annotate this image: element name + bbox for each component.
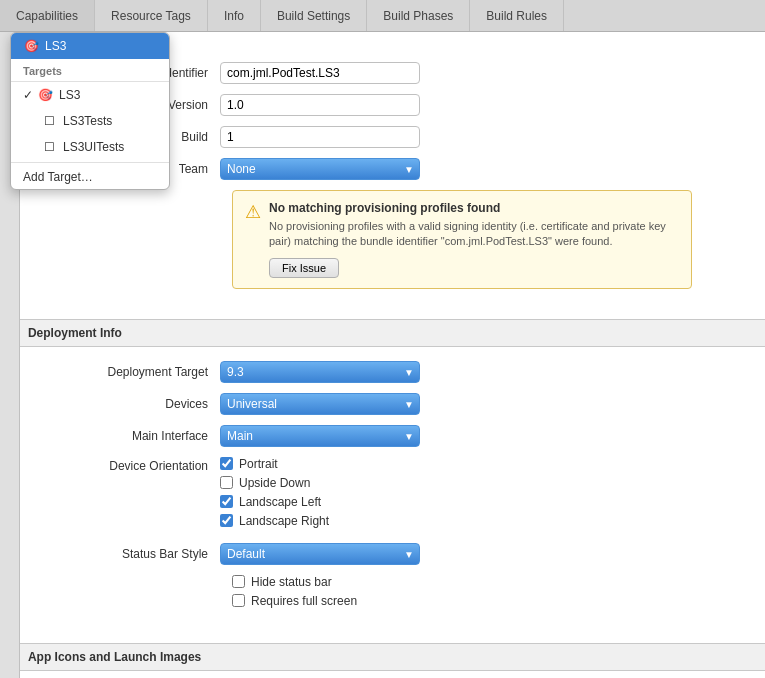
portrait-checkbox[interactable] — [220, 457, 233, 470]
orientation-checkboxes: Portrait Upside Down Landscape Left Land… — [220, 457, 329, 533]
device-orientation-label: Device Orientation — [40, 457, 220, 473]
requires-full-screen-label: Requires full screen — [251, 594, 357, 608]
ls3-icon: 🎯 — [23, 38, 39, 54]
deployment-info-section-header[interactable]: ▼ Deployment Info — [0, 319, 765, 347]
landscape-right-label: Landscape Right — [239, 514, 329, 528]
tab-info[interactable]: Info — [208, 0, 261, 31]
main-interface-select[interactable]: Main — [220, 425, 420, 447]
build-input[interactable] — [220, 126, 420, 148]
tab-build-rules[interactable]: Build Rules — [470, 0, 564, 31]
deployment-target-select[interactable]: 9.3 — [220, 361, 420, 383]
deployment-info-title: Deployment Info — [28, 326, 122, 340]
deployment-target-select-wrapper: 9.3 ▼ — [220, 361, 420, 383]
ls3-target-icon: 🎯 — [37, 87, 53, 103]
deployment-target-row: Deployment Target 9.3 ▼ — [40, 361, 725, 383]
ls3tests-icon: ☐ — [41, 113, 57, 129]
landscape-left-row: Landscape Left — [220, 495, 329, 509]
devices-select[interactable]: Universal — [220, 393, 420, 415]
hide-status-bar-checkbox[interactable] — [232, 575, 245, 588]
status-bar-style-select[interactable]: Default — [220, 543, 420, 565]
hide-status-bar-label: Hide status bar — [251, 575, 332, 589]
requires-full-screen-checkbox[interactable] — [232, 594, 245, 607]
portrait-row: Portrait — [220, 457, 329, 471]
main-interface-row: Main Interface Main ▼ — [40, 425, 725, 447]
main-content: 🎯 LS3 Targets ✓ 🎯 LS3 ☐ LS3Tests ☐ LS3UI… — [0, 32, 765, 678]
warning-box: ⚠ No matching provisioning profiles foun… — [232, 190, 692, 289]
devices-select-wrapper: Universal ▼ — [220, 393, 420, 415]
devices-label: Devices — [40, 397, 220, 411]
status-bar-style-row: Status Bar Style Default ▼ — [40, 543, 725, 565]
landscape-right-row: Landscape Right — [220, 514, 329, 528]
dropdown-divider — [11, 162, 169, 163]
warning-text: No provisioning profiles with a valid si… — [269, 219, 679, 250]
tab-capabilities[interactable]: Capabilities — [0, 0, 95, 31]
hide-status-bar-row: Hide status bar — [232, 575, 725, 589]
devices-row: Devices Universal ▼ — [40, 393, 725, 415]
add-target-item[interactable]: Add Target… — [11, 165, 169, 189]
upside-down-row: Upside Down — [220, 476, 329, 490]
upside-down-label: Upside Down — [239, 476, 310, 490]
dropdown-section-label: Targets — [11, 59, 169, 82]
tab-bar: Capabilities Resource Tags Info Build Se… — [0, 0, 765, 32]
upside-down-checkbox[interactable] — [220, 476, 233, 489]
landscape-left-checkbox[interactable] — [220, 495, 233, 508]
deployment-info-form: Deployment Target 9.3 ▼ Devices Universa… — [0, 361, 765, 633]
dropdown-item-ls3[interactable]: 🎯 LS3 — [11, 33, 169, 59]
status-bar-style-select-wrapper: Default ▼ — [220, 543, 420, 565]
status-bar-style-label: Status Bar Style — [40, 547, 220, 561]
warning-icon: ⚠ — [245, 201, 261, 223]
portrait-label: Portrait — [239, 457, 278, 471]
landscape-right-checkbox[interactable] — [220, 514, 233, 527]
fix-issue-button[interactable]: Fix Issue — [269, 258, 339, 278]
main-interface-label: Main Interface — [40, 429, 220, 443]
checkmark-ls3: ✓ — [23, 88, 33, 102]
app-icons-title: App Icons and Launch Images — [28, 650, 201, 664]
deployment-target-label: Deployment Target — [40, 365, 220, 379]
requires-full-screen-row: Requires full screen — [232, 594, 725, 608]
dropdown-item-ls3uitests[interactable]: ☐ LS3UITests — [11, 134, 169, 160]
main-interface-select-wrapper: Main ▼ — [220, 425, 420, 447]
version-input[interactable] — [220, 94, 420, 116]
tab-resource-tags[interactable]: Resource Tags — [95, 0, 208, 31]
target-dropdown-menu: 🎯 LS3 Targets ✓ 🎯 LS3 ☐ LS3Tests ☐ LS3UI… — [10, 32, 170, 190]
warning-title: No matching provisioning profiles found — [269, 201, 679, 215]
team-select-wrapper: None ▼ — [220, 158, 420, 180]
app-icons-section-header[interactable]: ▼ App Icons and Launch Images — [0, 643, 765, 671]
landscape-left-label: Landscape Left — [239, 495, 321, 509]
tab-build-phases[interactable]: Build Phases — [367, 0, 470, 31]
status-bar-checkboxes: Hide status bar Requires full screen — [232, 575, 725, 608]
dropdown-item-ls3-checked[interactable]: ✓ 🎯 LS3 — [11, 82, 169, 108]
team-select[interactable]: None — [220, 158, 420, 180]
warning-content: No matching provisioning profiles found … — [269, 201, 679, 278]
bundle-identifier-input[interactable] — [220, 62, 420, 84]
dropdown-item-ls3tests[interactable]: ☐ LS3Tests — [11, 108, 169, 134]
ls3uitests-icon: ☐ — [41, 139, 57, 155]
tab-build-settings[interactable]: Build Settings — [261, 0, 367, 31]
device-orientation-row: Device Orientation Portrait Upside Down … — [40, 457, 725, 533]
